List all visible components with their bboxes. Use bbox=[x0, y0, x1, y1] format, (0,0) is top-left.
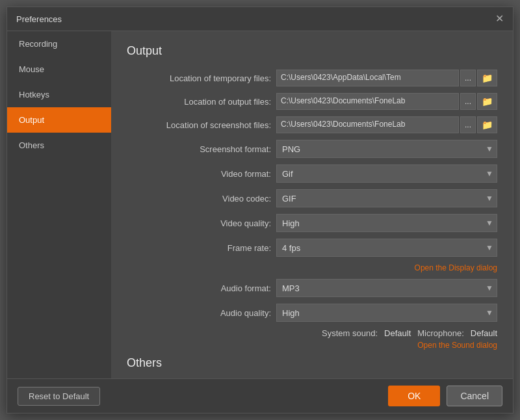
dialog-title: Preferences bbox=[16, 14, 62, 24]
output-files-dots-button[interactable]: ... bbox=[460, 93, 476, 110]
video-format-wrapper: Gif MP4 AVI ▼ bbox=[276, 164, 497, 183]
video-format-row: Video format: Gif MP4 AVI ▼ bbox=[127, 164, 497, 183]
content-area: Recording Mouse Hotkeys Output Others Ou… bbox=[7, 31, 513, 378]
video-quality-wrapper: High Medium Low ▼ bbox=[276, 214, 497, 232]
output-files-label: Location of output files: bbox=[127, 97, 276, 107]
display-link-row: Open the Display dialog bbox=[127, 263, 497, 272]
video-codec-label: Video codec: bbox=[127, 194, 276, 203]
audio-format-wrapper: MP3 AAC WAV ▼ bbox=[276, 279, 497, 297]
video-codec-wrapper: GIF H264 H265 ▼ bbox=[276, 189, 497, 207]
output-files-row: Location of output files: C:\Users\0423\… bbox=[127, 93, 497, 110]
audio-quality-wrapper: High Medium Low ▼ bbox=[276, 304, 497, 322]
output-section-title: Output bbox=[127, 44, 497, 58]
temp-files-path: C:\Users\0423\AppData\Local\Tem bbox=[276, 70, 459, 86]
title-bar: Preferences ✕ bbox=[7, 7, 513, 31]
audio-format-row: Audio format: MP3 AAC WAV ▼ bbox=[127, 279, 497, 297]
hardware-acceleration-label: Enable hardware acceleration bbox=[141, 378, 253, 378]
screenshot-format-label: Screenshot format: bbox=[127, 144, 276, 154]
output-files-path: C:\Users\0423\Documents\FoneLab bbox=[276, 93, 459, 110]
output-files-folder-button[interactable]: 📁 bbox=[477, 93, 497, 110]
video-format-select[interactable]: Gif MP4 AVI bbox=[276, 164, 497, 183]
sidebar-item-mouse[interactable]: Mouse bbox=[7, 57, 111, 82]
screenshot-files-folder-button[interactable]: 📁 bbox=[477, 116, 497, 133]
open-display-dialog-link[interactable]: Open the Display dialog bbox=[415, 263, 497, 272]
preferences-dialog: Preferences ✕ Recording Mouse Hotkeys Ou… bbox=[6, 7, 514, 413]
screenshot-files-group: C:\Users\0423\Documents\FoneLab ... 📁 bbox=[276, 116, 497, 133]
microphone-label: Microphone: bbox=[417, 328, 464, 338]
temp-files-folder-button[interactable]: 📁 bbox=[477, 70, 497, 86]
sidebar-item-output[interactable]: Output bbox=[7, 107, 111, 133]
sidebar-item-hotkeys[interactable]: Hotkeys bbox=[7, 82, 111, 107]
open-sound-dialog-link[interactable]: Open the Sound dialog bbox=[417, 341, 497, 350]
audio-quality-select[interactable]: High Medium Low bbox=[276, 304, 497, 322]
frame-rate-row: Frame rate: 4 fps 10 fps 20 fps 30 fps ▼ bbox=[127, 239, 497, 257]
screenshot-format-select[interactable]: PNG JPG BMP bbox=[276, 140, 497, 158]
audio-quality-row: Audio quality: High Medium Low ▼ bbox=[127, 304, 497, 322]
sound-link-row: Open the Sound dialog bbox=[127, 341, 497, 350]
hardware-acceleration-row: Enable hardware acceleration bbox=[127, 378, 497, 378]
sound-info-row: System sound: Default Microphone: Defaul… bbox=[127, 328, 497, 338]
reset-to-default-button[interactable]: Reset to Default bbox=[18, 387, 100, 406]
video-codec-select[interactable]: GIF H264 H265 bbox=[276, 189, 497, 207]
cancel-button[interactable]: Cancel bbox=[447, 386, 502, 406]
system-sound-label: System sound: bbox=[322, 328, 378, 338]
audio-format-label: Audio format: bbox=[127, 283, 276, 293]
system-sound-value: Default bbox=[384, 328, 411, 338]
others-section-title: Others bbox=[127, 356, 497, 370]
audio-quality-label: Audio quality: bbox=[127, 308, 276, 318]
screenshot-format-wrapper: PNG JPG BMP ▼ bbox=[276, 140, 497, 158]
video-quality-row: Video quality: High Medium Low ▼ bbox=[127, 214, 497, 232]
dialog-footer: Reset to Default OK Cancel bbox=[7, 378, 513, 413]
folder-icon-2: 📁 bbox=[482, 96, 493, 107]
temp-files-label: Location of temporary files: bbox=[127, 73, 276, 83]
video-quality-select[interactable]: High Medium Low bbox=[276, 214, 497, 232]
temp-files-row: Location of temporary files: C:\Users\04… bbox=[127, 70, 497, 86]
main-content: Output Location of temporary files: C:\U… bbox=[111, 31, 513, 378]
video-format-label: Video format: bbox=[127, 169, 276, 179]
folder-icon: 📁 bbox=[482, 73, 493, 83]
screenshot-files-label: Location of screenshot files: bbox=[127, 120, 276, 130]
screenshot-files-dots-button[interactable]: ... bbox=[460, 116, 476, 133]
screenshot-format-row: Screenshot format: PNG JPG BMP ▼ bbox=[127, 140, 497, 158]
video-quality-label: Video quality: bbox=[127, 218, 276, 228]
folder-icon-3: 📁 bbox=[482, 120, 493, 130]
temp-files-group: C:\Users\0423\AppData\Local\Tem ... 📁 bbox=[276, 70, 497, 86]
footer-action-buttons: OK Cancel bbox=[388, 386, 502, 406]
frame-rate-select[interactable]: 4 fps 10 fps 20 fps 30 fps bbox=[276, 239, 497, 257]
sidebar-item-recording[interactable]: Recording bbox=[7, 31, 111, 57]
sidebar: Recording Mouse Hotkeys Output Others bbox=[7, 31, 111, 378]
video-codec-row: Video codec: GIF H264 H265 ▼ bbox=[127, 189, 497, 207]
frame-rate-label: Frame rate: bbox=[127, 243, 276, 253]
sidebar-item-others[interactable]: Others bbox=[7, 133, 111, 158]
temp-files-dots-button[interactable]: ... bbox=[460, 70, 476, 86]
close-button[interactable]: ✕ bbox=[495, 14, 504, 24]
screenshot-files-path: C:\Users\0423\Documents\FoneLab bbox=[276, 116, 459, 133]
output-files-group: C:\Users\0423\Documents\FoneLab ... 📁 bbox=[276, 93, 497, 110]
ok-button[interactable]: OK bbox=[388, 386, 440, 406]
screenshot-files-row: Location of screenshot files: C:\Users\0… bbox=[127, 116, 497, 133]
frame-rate-wrapper: 4 fps 10 fps 20 fps 30 fps ▼ bbox=[276, 239, 497, 257]
audio-format-select[interactable]: MP3 AAC WAV bbox=[276, 279, 497, 297]
hardware-acceleration-checkbox[interactable] bbox=[127, 378, 136, 379]
microphone-value: Default bbox=[471, 328, 497, 338]
